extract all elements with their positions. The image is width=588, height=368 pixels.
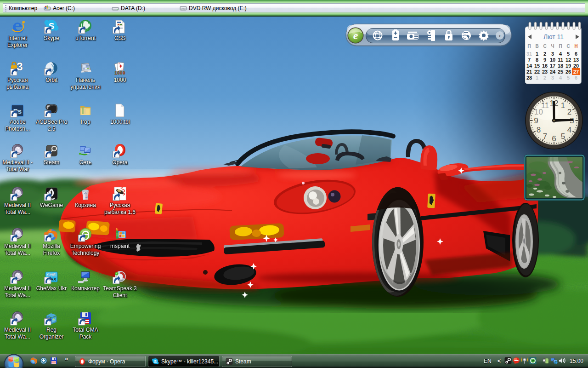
svg-text:9: 9 <box>534 116 538 125</box>
svg-text:С: С <box>543 44 546 49</box>
svg-text:1: 1 <box>536 75 538 80</box>
svg-text:1: 1 <box>561 101 565 110</box>
svg-text:14: 14 <box>526 63 532 69</box>
svg-text:23: 23 <box>542 69 548 75</box>
svg-text:27: 27 <box>573 69 579 75</box>
svg-text:Лют 11: Лют 11 <box>543 33 564 40</box>
svg-text:25: 25 <box>558 69 563 75</box>
svg-text:Ч: Ч <box>551 44 554 49</box>
svg-text:12: 12 <box>565 57 571 63</box>
svg-text:11: 11 <box>558 57 563 63</box>
svg-text:3: 3 <box>551 51 554 57</box>
svg-text:10: 10 <box>550 57 555 63</box>
svg-text:4: 4 <box>559 51 562 57</box>
svg-text:2: 2 <box>543 51 546 57</box>
svg-text:2: 2 <box>543 75 546 80</box>
svg-text:В: В <box>535 44 538 49</box>
svg-text:7: 7 <box>543 132 547 141</box>
svg-text:22: 22 <box>534 69 540 75</box>
svg-text:16: 16 <box>542 63 548 69</box>
svg-text:6: 6 <box>575 75 577 80</box>
svg-text:2: 2 <box>567 108 571 116</box>
svg-text:26: 26 <box>565 69 571 75</box>
svg-text:П: П <box>527 44 531 49</box>
svg-text:15: 15 <box>534 63 540 69</box>
svg-text:5: 5 <box>567 51 570 57</box>
svg-text:С: С <box>566 44 570 49</box>
svg-text:31: 31 <box>526 51 532 57</box>
svg-text:Н: Н <box>574 44 577 49</box>
svg-text:13: 13 <box>573 57 579 63</box>
svg-text:28: 28 <box>526 75 532 80</box>
svg-text:8: 8 <box>536 57 538 63</box>
svg-text:8: 8 <box>537 126 541 134</box>
svg-text:5: 5 <box>567 75 570 80</box>
svg-text:19: 19 <box>565 63 571 69</box>
svg-text:5: 5 <box>561 132 565 141</box>
svg-text:21: 21 <box>526 69 532 75</box>
svg-text:7: 7 <box>528 57 531 63</box>
svg-text:1000: 1000 <box>114 71 125 76</box>
svg-text:AX: AX <box>51 277 57 282</box>
svg-text:4: 4 <box>567 126 571 134</box>
svg-text:1: 1 <box>536 51 538 57</box>
svg-text:e: e <box>353 29 358 41</box>
svg-text:17: 17 <box>550 63 555 69</box>
svg-text:9: 9 <box>543 57 546 63</box>
svg-text:3: 3 <box>17 61 23 73</box>
svg-text:3: 3 <box>551 75 554 80</box>
svg-text:6: 6 <box>552 134 556 143</box>
svg-text:П: П <box>559 44 562 49</box>
svg-text:S: S <box>154 359 157 364</box>
svg-text:‹: ‹ <box>499 32 501 39</box>
svg-text:24: 24 <box>550 69 556 75</box>
svg-text:20: 20 <box>573 63 579 69</box>
svg-text:6: 6 <box>575 51 577 57</box>
svg-text:CHE: CHE <box>47 272 56 277</box>
svg-text:18: 18 <box>558 63 563 69</box>
svg-text:4: 4 <box>559 75 562 80</box>
